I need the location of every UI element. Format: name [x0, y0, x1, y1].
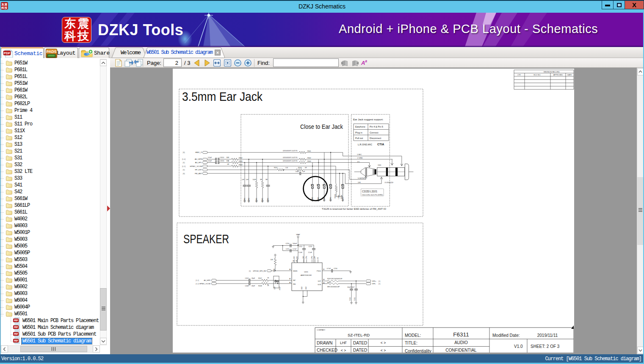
- svg-text:SE: SE: [317, 257, 319, 259]
- svg-text:Close to Ear Jack's Pin 2(GND): Close to Ear Jack's Pin 2(GND): [362, 194, 383, 196]
- svg-text:< >: < >: [381, 348, 386, 353]
- svg-text:100K: 100K: [253, 179, 257, 181]
- svg-text:东: 东: [1, 3, 4, 6]
- svg-text:R3205: R3205: [262, 198, 263, 202]
- svg-text:R201: R201: [274, 167, 278, 169]
- svg-text:R303: R303: [239, 161, 243, 162]
- svg-text:SPK+: SPK+: [372, 281, 377, 282]
- svg-text:[1,2]: [1,2]: [196, 280, 199, 281]
- svg-text:C209: C209: [274, 286, 276, 290]
- svg-text:[3]: [3]: [183, 151, 185, 153]
- svg-text:VOP: VOP: [318, 281, 321, 282]
- svg-text:AUDIO: AUDIO: [454, 340, 468, 345]
- svg-text:Plug in: Plug in: [355, 131, 362, 134]
- svg-text:T3204: T3204: [330, 197, 332, 201]
- svg-text:HPMIC_VCOM: HPMIC_VCOM: [190, 165, 202, 167]
- svg-text:< >: < >: [381, 341, 386, 345]
- svg-text:4.7uF: 4.7uF: [293, 248, 297, 250]
- svg-text:VDD: VDD: [296, 256, 298, 259]
- svg-text:SPK-: SPK-: [372, 283, 376, 285]
- svg-text:[1]: [1]: [183, 169, 185, 171]
- svg-text:Ear Jack suggest support:: Ear Jack suggest support:: [353, 118, 384, 121]
- svg-text:AW87318CSR: AW87318CSR: [301, 274, 312, 276]
- svg-text:100nF NILP: 100nF NILP: [347, 286, 354, 288]
- svg-text:震: 震: [4, 3, 8, 6]
- svg-text:AU_HPR: AU_HPR: [204, 280, 211, 281]
- svg-text:L,R,GND,MIC: L,R,GND,MIC: [358, 143, 372, 146]
- svg-text:CPN: CPN: [306, 256, 307, 259]
- svg-text:DATED: DATED: [353, 348, 367, 353]
- svg-text:DATED: DATED: [353, 341, 367, 345]
- svg-text:R303: R303: [307, 161, 311, 162]
- svg-text:Disconnect: Disconnect: [370, 137, 381, 139]
- svg-text:A1: A1: [289, 278, 291, 280]
- svg-text:REVISION RECORD: REVISION RECORD: [544, 71, 560, 73]
- svg-text:33nF: 33nF: [252, 285, 255, 287]
- svg-text:NF: NF: [329, 184, 331, 186]
- svg-text:HMIC_P: HMIC_P: [195, 151, 202, 153]
- svg-text:C3153 L3101: C3153 L3101: [362, 190, 377, 193]
- svg-text:L04: L04: [285, 167, 288, 169]
- svg-text:[1]: [1]: [183, 161, 185, 164]
- svg-text:3.3uF: 3.3uF: [208, 157, 212, 158]
- svg-text:T3250: T3250: [341, 195, 343, 199]
- svg-text:CPN: CPN: [311, 256, 313, 259]
- svg-text:C212: C212: [299, 246, 302, 247]
- svg-text:C3155: C3155: [220, 160, 224, 162]
- svg-text:[1,2]: [1,2]: [196, 283, 199, 285]
- svg-text:Modified Date:: Modified Date:: [492, 333, 520, 338]
- svg-text:C214: C214: [349, 297, 351, 301]
- svg-text:AU_HPL: AU_HPL: [195, 161, 202, 164]
- svg-text:3.3uF: 3.3uF: [208, 160, 212, 162]
- svg-text:1uF: 1uF: [242, 179, 245, 181]
- svg-text:C3203: C3203: [248, 198, 250, 202]
- svg-text:CPP: CPP: [314, 256, 316, 259]
- svg-text:Connect: Connect: [370, 131, 379, 134]
- svg-text:C213: C213: [308, 246, 312, 247]
- svg-text:CHECKED: CHECKED: [317, 348, 337, 353]
- svg-text:LTR: LTR: [517, 74, 520, 76]
- svg-text:R209 5RC10050601UF: R209 5RC10050601UF: [327, 278, 342, 280]
- svg-text:2.2uF: 2.2uF: [308, 252, 312, 253]
- svg-text:C3204: C3204: [244, 198, 246, 202]
- svg-text:R304: R304: [239, 164, 243, 166]
- svg-text:[1,2]: [1,2]: [182, 165, 185, 167]
- svg-text:科: 科: [1, 6, 4, 10]
- svg-text:5 DETECT: 5 DETECT: [358, 177, 367, 179]
- svg-text:FM_ANT: FM_ANT: [195, 172, 202, 175]
- svg-text:B4: B4: [323, 279, 325, 281]
- svg-text:1 MIC: 1 MIC: [357, 153, 362, 156]
- svg-text:INP: INP: [293, 280, 296, 281]
- svg-text:PDF: PDF: [4, 51, 11, 55]
- svg-text:33A: 33A: [227, 160, 229, 162]
- svg-text:C208: C208: [245, 285, 249, 287]
- svg-text:GND: GND: [301, 286, 303, 290]
- svg-text:C207: C207: [245, 278, 249, 279]
- svg-text:SHDN: SHDN: [293, 270, 298, 272]
- svg-text:0R: 0R: [305, 167, 307, 169]
- svg-text:3 R: 3 R: [358, 181, 361, 183]
- svg-text:10K: 10K: [271, 259, 274, 261]
- svg-text:[1]: [1]: [249, 270, 251, 272]
- svg-text:SZ-ITEL-RD: SZ-ITEL-RD: [348, 333, 370, 337]
- svg-text:0R: 0R: [227, 164, 229, 165]
- svg-text:0201005097-4.02Y-N: 0201005097-4.02Y-N: [283, 160, 297, 162]
- svg-text:A4: A4: [289, 269, 291, 270]
- svg-text:F6311: F6311: [453, 331, 469, 338]
- svg-text:CONFIDENTIAL: CONFIDENTIAL: [445, 348, 477, 353]
- svg-text:VON: VON: [318, 284, 321, 286]
- svg-text:NF: NF: [265, 179, 268, 181]
- svg-text:1K: 1K: [267, 285, 269, 286]
- svg-text:C211: C211: [286, 248, 289, 250]
- svg-text:R301: R301: [307, 150, 311, 152]
- svg-text:R207: R207: [258, 278, 262, 279]
- svg-text:C210: C210: [285, 243, 289, 245]
- svg-text:33R: 33R: [226, 157, 229, 158]
- svg-text:CTIA: CTIA: [377, 143, 384, 146]
- svg-text:C216: C216: [334, 268, 337, 270]
- svg-text:HPMIC_VCOM: HPMIC_VCOM: [199, 283, 210, 285]
- svg-text:R204: R204: [298, 167, 302, 169]
- svg-text:[1,4]: [1,4]: [182, 158, 185, 160]
- svg-text:VBAT: VBAT: [296, 234, 300, 236]
- svg-text:0201005097-4.02Y-N: 0201005097-4.02Y-N: [283, 157, 297, 158]
